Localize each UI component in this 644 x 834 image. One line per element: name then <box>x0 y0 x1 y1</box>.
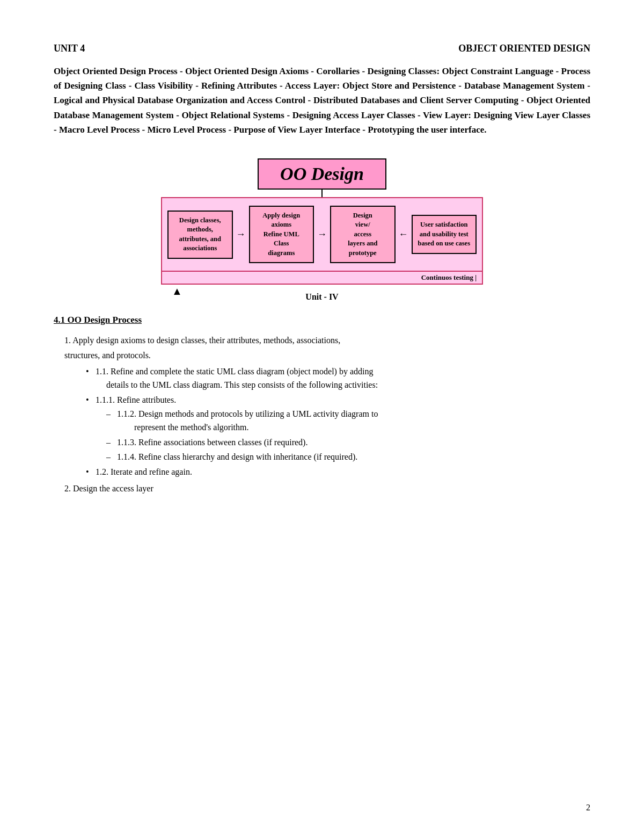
intro-paragraph: Object Oriented Design Process - Object … <box>54 64 590 137</box>
section-heading: 4.1 OO Design Process <box>54 315 590 325</box>
flow-boxes-row: Design classes,methods,attributes, andas… <box>161 197 483 272</box>
list-item-1-text: Apply design axioms to design classes, t… <box>64 336 340 359</box>
diagram-inner: OO Design Design classes,methods,attribu… <box>161 158 483 302</box>
unit-header: UNIT 4 OBJECT ORIENTED DESIGN <box>54 43 590 54</box>
list-item-1: 1. Apply design axioms to design classes… <box>64 333 590 362</box>
sub-bullet-list: 1.1.2. Design methods and protocols by u… <box>106 407 590 464</box>
flow-box-4: User satisfactionand usability testbased… <box>412 215 477 254</box>
unit-title: OBJECT ORIENTED DESIGN <box>458 43 590 54</box>
bullet-item-1-1: 1.1. Refine and complete the static UML … <box>86 365 590 392</box>
bullet-item-1-1-1: 1.1.1. Refine attributes. 1.1.2. Design … <box>86 393 590 464</box>
list-item-1-number: 1. <box>64 336 72 345</box>
page-number: 2 <box>586 803 590 813</box>
diagram-container: OO Design Design classes,methods,attribu… <box>54 158 590 302</box>
continuos-row: Continuos testing | ▲ <box>161 272 483 285</box>
oo-design-title-text: OO Design <box>280 164 364 184</box>
oo-design-title-wrapper: OO Design <box>258 158 386 197</box>
list-item-2-number: 2. <box>64 484 73 493</box>
bullet-item-1-2: 1.2. Iterate and refine again. <box>86 465 590 479</box>
list-item-2-text: Design the access layer <box>73 484 153 493</box>
continuos-label: Continuos testing | <box>421 273 477 282</box>
bullet-list-1: 1.1. Refine and complete the static UML … <box>86 365 590 479</box>
arrow-right-2: → <box>317 229 327 240</box>
sub-item-1-1-3: 1.1.3. Refine associations between class… <box>106 436 590 449</box>
arrow-left-1: ← <box>399 229 408 240</box>
flow-box-3: Designview/accesslayers andprototype <box>330 206 396 264</box>
oo-design-title-box: OO Design <box>258 158 386 190</box>
sub-item-1-1-4: 1.1.4. Refine class hierarchy and design… <box>106 450 590 464</box>
list-item-2: 2. Design the access layer <box>64 481 590 496</box>
flow-box-1: Design classes,methods,attributes, andas… <box>167 211 233 259</box>
arrow-right-1: → <box>236 229 246 240</box>
flow-box-2: Apply designaxiomsRefine UMLClassdiagram… <box>249 206 314 264</box>
down-connector <box>321 190 323 197</box>
unit-label: UNIT 4 <box>54 43 85 54</box>
numbered-list: 1. Apply design axioms to design classes… <box>64 333 590 495</box>
sub-item-1-1-2: 1.1.2. Design methods and protocols by u… <box>106 407 590 434</box>
up-arrow-indicator: ▲ <box>172 285 182 298</box>
diagram-caption: Unit - IV <box>305 292 338 302</box>
